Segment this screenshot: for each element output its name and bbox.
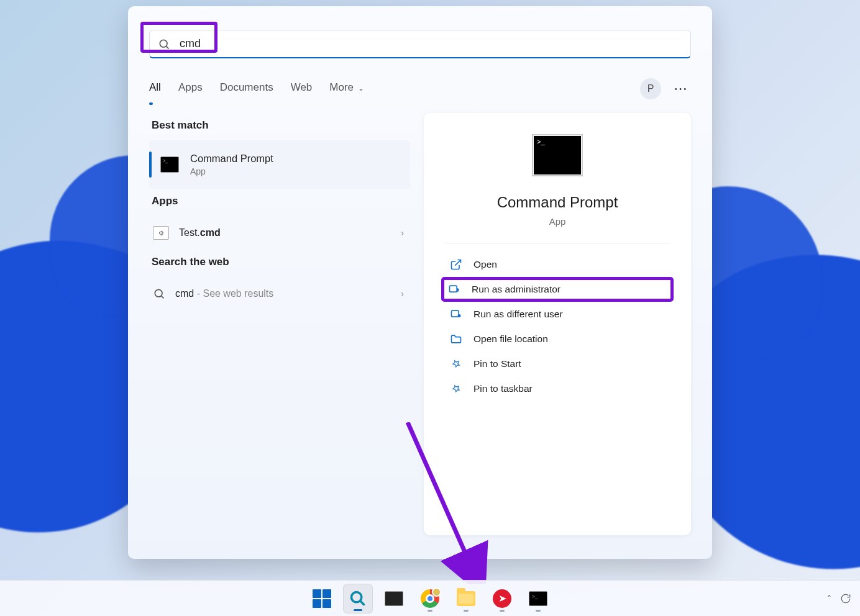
action-pin-taskbar[interactable]: Pin to taskbar (445, 376, 670, 401)
detail-title: Command Prompt (445, 194, 670, 211)
result-test-cmd[interactable]: ⚙ Test.cmd › (149, 216, 410, 250)
search-icon (153, 288, 165, 300)
search-icon (158, 38, 170, 50)
results-column: Best match Command Prompt App Apps ⚙ Tes… (149, 113, 410, 535)
tab-web[interactable]: Web (291, 81, 313, 96)
svg-line-3 (162, 296, 164, 299)
tab-all[interactable]: All (149, 81, 161, 96)
taskbar-cmd-button[interactable] (523, 584, 553, 614)
taskbar-start-button[interactable] (307, 584, 337, 614)
tab-more[interactable]: More ⌄ (329, 81, 364, 96)
action-open-location[interactable]: Open file location (445, 327, 670, 351)
pin-icon (450, 383, 462, 395)
cmd-app-icon (160, 156, 179, 173)
result-label-prefix: Test. (179, 227, 200, 238)
divider (445, 243, 670, 243)
search-input[interactable] (149, 30, 691, 58)
more-options-button[interactable]: ⋯ (670, 78, 691, 99)
chrome-icon (421, 589, 439, 608)
svg-point-0 (160, 40, 167, 47)
action-label: Pin to Start (473, 358, 521, 369)
taskbar-search-button[interactable] (343, 584, 373, 614)
taskbar-app-lips-button[interactable]: ➤ (487, 584, 517, 614)
svg-line-10 (360, 600, 365, 605)
window-user-icon (450, 308, 462, 320)
svg-point-7 (458, 314, 461, 317)
task-view-icon (385, 591, 403, 606)
taskbar-chrome-button[interactable] (415, 584, 445, 614)
result-web-cmd[interactable]: cmd - See web results › (149, 277, 410, 310)
svg-rect-6 (452, 310, 459, 317)
windows-logo-icon (313, 589, 331, 608)
search-icon (349, 590, 367, 607)
cmd-large-icon (532, 134, 583, 176)
chevron-down-icon: ⌄ (356, 84, 364, 93)
chevron-right-icon: › (401, 289, 404, 299)
chevron-right-icon: › (401, 228, 404, 238)
folder-icon (450, 333, 462, 345)
action-label: Pin to taskbar (473, 383, 533, 394)
shield-admin-icon (448, 283, 460, 296)
action-label: Open (473, 259, 497, 270)
action-run-admin[interactable]: Run as administrator (441, 277, 674, 302)
result-title: Command Prompt (190, 153, 273, 165)
result-label-bold: cmd (200, 227, 221, 238)
result-subtitle: App (190, 166, 273, 176)
section-web: Search the web (152, 256, 410, 268)
action-pin-start[interactable]: Pin to Start (445, 351, 670, 376)
action-run-diff-user[interactable]: Run as different user (445, 302, 670, 327)
svg-line-1 (167, 47, 169, 49)
svg-rect-5 (450, 286, 457, 292)
tray-chevron-up-icon[interactable]: ˄ (827, 594, 831, 604)
tab-apps[interactable]: Apps (178, 81, 203, 96)
search-box-wrap (149, 30, 691, 58)
file-explorer-icon (457, 591, 475, 606)
svg-line-4 (455, 260, 460, 266)
tab-documents[interactable]: Documents (220, 81, 273, 96)
action-label: Run as different user (473, 309, 563, 320)
lips-icon: ➤ (493, 589, 511, 608)
file-icon: ⚙ (153, 226, 169, 240)
web-result-suffix: - See web results (194, 288, 273, 299)
action-open[interactable]: Open (445, 252, 670, 277)
svg-point-9 (352, 592, 362, 602)
user-avatar[interactable]: P (640, 78, 661, 99)
taskbar-task-view-button[interactable] (379, 584, 409, 614)
detail-pane: Command Prompt App Open Run as administr… (424, 113, 691, 535)
taskbar: ➤ ˄ (0, 580, 860, 616)
detail-subtitle: App (445, 216, 670, 227)
web-result-term: cmd (175, 288, 194, 299)
section-apps: Apps (152, 195, 410, 207)
open-external-icon (450, 258, 462, 271)
section-best-match: Best match (152, 119, 410, 132)
tray-sync-icon[interactable] (840, 593, 851, 604)
taskbar-explorer-button[interactable] (451, 584, 481, 614)
cmd-app-icon (529, 591, 547, 606)
action-label: Run as administrator (472, 284, 560, 295)
result-command-prompt[interactable]: Command Prompt App (149, 140, 410, 189)
action-label: Open file location (473, 333, 548, 345)
search-panel: All Apps Documents Web More ⌄ P ⋯ Best m… (128, 6, 712, 559)
svg-point-2 (155, 289, 162, 297)
pin-icon (450, 358, 462, 370)
filter-tabs: All Apps Documents Web More ⌄ (149, 81, 364, 96)
